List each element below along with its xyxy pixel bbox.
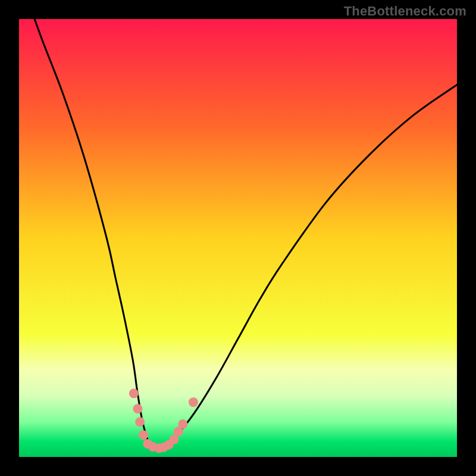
- chart-plot-area: [19, 19, 457, 457]
- chart-svg: [19, 19, 457, 457]
- highlight-dot: [189, 397, 198, 407]
- highlight-dot: [135, 417, 145, 427]
- highlight-dot: [133, 404, 142, 414]
- highlight-dot: [178, 419, 187, 429]
- highlight-dot: [139, 430, 148, 440]
- watermark-text: TheBottleneck.com: [344, 4, 466, 19]
- gradient-background: [19, 19, 457, 457]
- chart-frame: TheBottleneck.com: [0, 0, 476, 476]
- highlight-dot: [129, 389, 139, 398]
